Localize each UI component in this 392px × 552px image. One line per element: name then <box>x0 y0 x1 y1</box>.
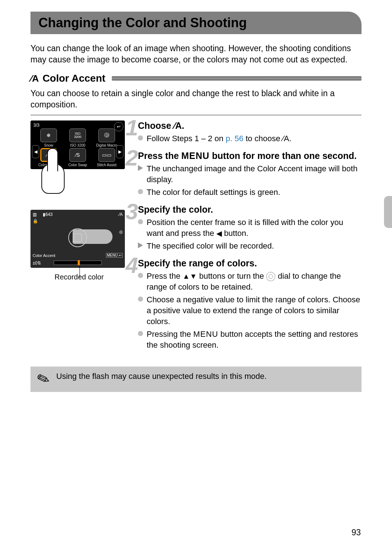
page-right-icon: ▶ <box>116 145 123 158</box>
control-dial-icon <box>266 272 275 281</box>
camera-menu-illustration: 3/3 ↩ ◀ ▶ ❄Snow ISO3200ISO 3200 ⒹDigital… <box>30 120 125 169</box>
range-value: ±0⇅ <box>33 261 41 266</box>
step-number: 2 <box>126 145 138 171</box>
step-2: 2 Press the MENU button for more than on… <box>136 151 362 198</box>
mode-icon-snow: ❄ <box>40 128 57 142</box>
focus-frame-icon <box>68 228 87 247</box>
step-bullet: The specified color will be recorded. <box>138 241 362 252</box>
content-columns: 3/3 ↩ ◀ ▶ ❄Snow ISO3200ISO 3200 ⒹDigital… <box>30 120 362 357</box>
page-intro: You can change the look of an image when… <box>30 43 362 65</box>
mode-icon-stitch-assist: ▭▭ <box>98 148 115 162</box>
left-button-icon: ◀ <box>216 229 222 237</box>
step-title: Specify the range of colors. <box>138 258 362 269</box>
section-rule <box>112 76 362 81</box>
mode-icon: ⁄A <box>174 120 182 131</box>
step-4: 4 Specify the range of colors. Press the… <box>136 258 362 351</box>
step-bullet: The unchanged image and the Color Accent… <box>138 163 362 185</box>
step-bullet: Press the ▲▼ buttons or turn the dial to… <box>138 271 362 292</box>
color-slider <box>54 261 102 265</box>
battery-icon: ▥ <box>33 212 37 217</box>
up-down-buttons-icon: ▲▼ <box>183 272 197 280</box>
step-bullet: Choose a negative value to limit the ran… <box>138 294 362 327</box>
tip-text: Using the flash may cause unexpected res… <box>56 372 267 381</box>
step-number: 1 <box>126 115 138 140</box>
mode-label: Snow <box>35 143 62 147</box>
mode-label: Color Swap <box>64 163 91 167</box>
page-number: 93 <box>351 528 361 537</box>
shots-remaining: ▮643 <box>43 212 53 217</box>
step-number: 3 <box>126 199 138 224</box>
mode-icon-color-swap: ⁄S <box>69 148 86 162</box>
thumb-index-tab <box>384 196 392 228</box>
pencil-note-icon: ✎ <box>35 370 52 388</box>
step-bullet: The color for default settings is green. <box>138 187 362 198</box>
menu-page-counter: 3/3 <box>33 123 40 128</box>
manual-page: Changing the Color and Shooting You can … <box>0 0 392 552</box>
page-title: Changing the Color and Shooting <box>38 15 362 30</box>
steps-column: 1 Choose ⁄A. Follow Steps 1 – 2 on p. 56… <box>136 120 362 357</box>
menu-button-label: MENU <box>193 330 218 339</box>
menu-hint: MENU ↩ <box>106 253 123 258</box>
mode-label: ISO 3200 <box>64 143 91 147</box>
mode-icon-digital-macro: Ⓓ <box>98 128 115 142</box>
mode-label: Color Accent <box>33 253 55 258</box>
page-reference-link[interactable]: p. 56 <box>226 134 244 143</box>
mode-label: Stitch Assist <box>93 163 120 167</box>
mode-icon: ⁄A <box>282 134 289 143</box>
step-number: 4 <box>126 252 138 278</box>
lock-icon: 🔒 <box>33 218 38 224</box>
section-title: Color Accent <box>42 73 105 84</box>
illustration-column: 3/3 ↩ ◀ ▶ ❄Snow ISO3200ISO 3200 ⒹDigital… <box>30 120 128 357</box>
page-title-bar: Changing the Color and Shooting <box>30 12 362 34</box>
return-icon: ↩ <box>114 122 123 131</box>
step-title: Specify the color. <box>138 204 362 215</box>
step-3: 3 Specify the color. Position the center… <box>136 204 362 252</box>
camera-preview-illustration: ▥ ▮643 🔒 ⁄A ◎ Color Accent MENU ↩ ±0⇅ <box>30 210 125 268</box>
step-bullet: Follow Steps 1 – 2 on p. 56 to choose ⁄A… <box>138 133 362 144</box>
preview-caption: Recorded color <box>30 273 128 281</box>
step-1: 1 Choose ⁄A. Follow Steps 1 – 2 on p. 56… <box>136 120 362 144</box>
section-subtext: You can choose to retain a single color … <box>30 88 362 110</box>
callout-line <box>79 266 80 278</box>
tip-box: ✎ Using the flash may cause unexpected r… <box>30 367 362 392</box>
mode-icon-iso3200: ISO3200 <box>69 128 86 142</box>
mode-icon: ⁄A <box>119 212 123 217</box>
page-left-icon: ◀ <box>32 145 39 158</box>
step-bullet: Position the center frame so it is fille… <box>138 217 362 238</box>
menu-button-label: MENU <box>181 151 210 161</box>
step-title: Press the MENU button for more than one … <box>138 151 362 161</box>
step-bullet: Pressing the MENU button accepts the set… <box>138 329 362 350</box>
target-icon: ◎ <box>119 229 123 234</box>
section-heading: ⁄A Color Accent <box>30 73 362 84</box>
divider <box>30 115 362 115</box>
step-title: Choose ⁄A. <box>138 120 362 131</box>
pointing-finger-icon <box>41 163 65 194</box>
color-accent-mode-icon: ⁄A <box>30 73 39 84</box>
